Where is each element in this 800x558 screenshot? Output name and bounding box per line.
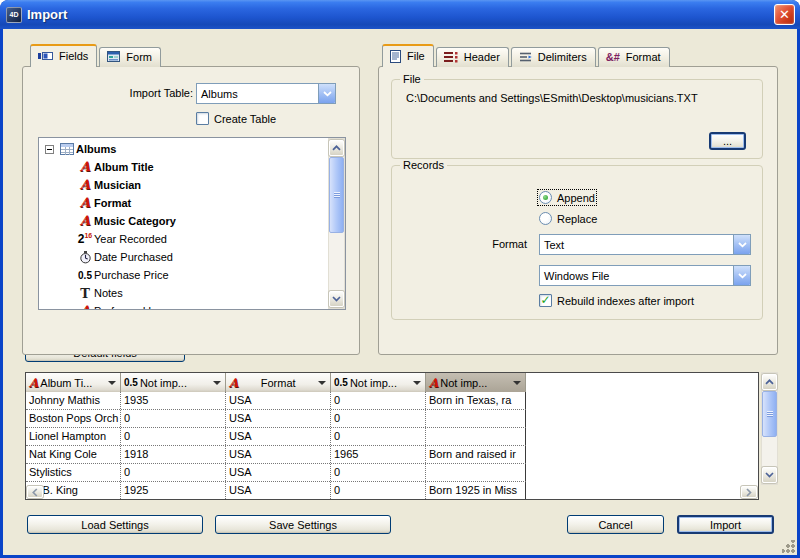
tree-item-label: Musician [94, 179, 141, 191]
alpha-field-icon: A [29, 377, 38, 389]
replace-radio-label: Replace [557, 213, 597, 225]
file-group-title: File [400, 73, 424, 85]
tree-item-notes[interactable]: T Notes [39, 284, 327, 302]
tree-scrollbar[interactable] [328, 138, 345, 309]
chevron-down-icon[interactable] [318, 381, 326, 385]
column-header-not-imported-3[interactable]: A Not imp... [426, 373, 526, 392]
column-header-not-imported-1[interactable]: 0.5 Not imp... [121, 373, 226, 392]
tab-format-label: Format [626, 51, 661, 63]
column-header-not-imported-2[interactable]: 0.5 Not imp... [331, 373, 426, 392]
chevron-down-icon[interactable] [213, 381, 221, 385]
tree-item-date-purchased[interactable]: Date Purchased [39, 248, 327, 266]
form-icon [107, 51, 120, 62]
tree-item-label: Performed by [94, 305, 160, 310]
format-combo[interactable]: Text [539, 234, 751, 255]
app-4d-icon: 4D [6, 7, 22, 23]
scroll-left-icon[interactable] [27, 486, 43, 498]
file-format-combo[interactable]: Windows File [539, 265, 751, 286]
scroll-up-icon[interactable] [762, 374, 777, 390]
chevron-down-icon[interactable] [108, 381, 116, 385]
dialog-body: Fields Form Import Table: Albums Create … [3, 29, 797, 555]
preview-table-scrollbar[interactable] [761, 372, 778, 485]
chevron-down-icon[interactable] [318, 84, 335, 103]
column-header-format[interactable]: A Format [226, 373, 331, 392]
preview-table-header: A Album Ti... 0.5 Not imp... A Format 0.… [26, 373, 526, 392]
tree-item-musician[interactable]: A Musician [39, 176, 327, 194]
tab-fields[interactable]: Fields [30, 44, 97, 67]
tree-item-label: Date Purchased [94, 251, 173, 263]
tree-item-album-title[interactable]: A Album Title [39, 158, 327, 176]
file-format-combo-value: Windows File [540, 270, 733, 282]
import-button[interactable]: Import [677, 515, 774, 534]
integer-field-icon: 216 [76, 232, 94, 246]
file-icon [390, 50, 401, 63]
resize-grip[interactable] [782, 540, 795, 553]
create-table-label: Create Table [214, 113, 276, 125]
tree-item-format[interactable]: A Format [39, 194, 327, 212]
rebuild-indexes-row[interactable]: ✓ Rebuild indexes after import [539, 294, 694, 307]
tree-scrollbar-thumb[interactable] [329, 157, 344, 233]
import-table-combo[interactable]: Albums [196, 83, 336, 104]
alpha-field-icon: A [76, 161, 94, 173]
cancel-button[interactable]: Cancel [567, 515, 664, 534]
append-radio[interactable] [539, 191, 552, 204]
import-table-value: Albums [197, 88, 318, 100]
check-icon: ✓ [540, 295, 550, 305]
delimiters-icon [519, 51, 532, 63]
text-field-icon: T [76, 286, 94, 301]
tab-file[interactable]: File [382, 44, 434, 67]
chevron-down-icon[interactable] [513, 381, 521, 385]
create-table-row[interactable]: Create Table [196, 112, 276, 125]
table-row: B. B. King 1925 USA 0 Born 1925 in Miss [26, 482, 526, 500]
field-tree[interactable]: Albums A Album Title A Musician A Format… [38, 137, 346, 310]
collapse-minus-icon[interactable] [45, 145, 54, 154]
tree-item-purchase-price[interactable]: 0.5 Purchase Price [39, 266, 327, 284]
tree-item-year-recorded[interactable]: 216 Year Recorded [39, 230, 327, 248]
chevron-down-icon[interactable] [413, 381, 421, 385]
scroll-up-icon[interactable] [329, 140, 344, 156]
column-header-album-title[interactable]: A Album Ti... [26, 373, 121, 392]
table-row: Johnny Mathis 1935 USA 0 Born in Texas, … [26, 392, 526, 410]
import-table-row: Import Table: [93, 87, 193, 99]
tab-format[interactable]: &# Format [598, 47, 670, 67]
title-bar[interactable]: 4D Import ✕ [0, 0, 800, 29]
browse-button-label: ... [723, 135, 732, 147]
format-combo-value: Text [540, 239, 733, 251]
close-icon: ✕ [779, 7, 790, 22]
scroll-down-icon[interactable] [762, 467, 777, 483]
tree-item-albums[interactable]: Albums [39, 140, 327, 158]
create-table-checkbox[interactable] [196, 112, 209, 125]
tab-delimiters[interactable]: Delimiters [511, 47, 596, 67]
table-row: Lionel Hampton 0 USA 0 [26, 428, 526, 446]
tab-delimiters-label: Delimiters [538, 51, 587, 63]
rebuild-indexes-checkbox[interactable]: ✓ [539, 294, 552, 307]
tab-header[interactable]: Header [436, 47, 509, 67]
table-row: Nat King Cole 1918 USA 1965 Born and rai… [26, 446, 526, 464]
save-settings-button[interactable]: Save Settings [215, 515, 391, 534]
fields-icon [38, 51, 53, 61]
tab-fields-label: Fields [59, 50, 88, 62]
browse-button[interactable]: ... [709, 132, 746, 150]
file-groupbox: File C:\Documents and Settings\ESmith\De… [391, 79, 763, 159]
scroll-down-icon[interactable] [329, 291, 344, 307]
records-group-title: Records [400, 159, 447, 171]
close-button[interactable]: ✕ [774, 4, 795, 25]
chevron-down-icon[interactable] [733, 266, 750, 285]
real-field-icon: 0.5 [334, 377, 348, 388]
replace-radio[interactable] [539, 212, 552, 225]
load-settings-button[interactable]: Load Settings [27, 515, 203, 534]
tree-item-label: Album Title [94, 161, 154, 173]
append-radio-row[interactable]: Append [539, 191, 595, 204]
tree-item-music-category[interactable]: A Music Category [39, 212, 327, 230]
alpha-field-icon: A [76, 197, 94, 209]
scroll-right-icon[interactable] [741, 486, 757, 498]
header-icon [444, 51, 458, 63]
tree-item-label: Music Category [94, 215, 176, 227]
file-path-text: C:\Documents and Settings\ESmith\Desktop… [406, 92, 754, 104]
tab-form[interactable]: Form [99, 47, 161, 67]
chevron-down-icon[interactable] [733, 235, 750, 254]
format-icon: &# [606, 51, 620, 63]
replace-radio-row[interactable]: Replace [539, 212, 597, 225]
preview-scrollbar-thumb[interactable] [762, 391, 777, 437]
tree-item-performed-by[interactable]: A Performed by [39, 302, 327, 310]
